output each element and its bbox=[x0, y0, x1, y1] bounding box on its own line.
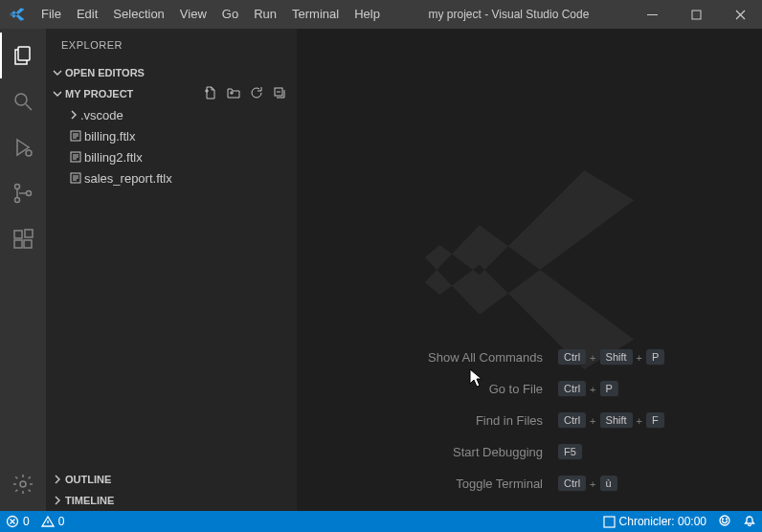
svg-rect-7 bbox=[14, 231, 22, 238]
status-value: 0 bbox=[23, 515, 30, 528]
shortcut-row: Show All Commands Ctrl+ Shift+ P bbox=[297, 349, 750, 366]
svg-rect-9 bbox=[24, 240, 32, 248]
status-value: Chronicler: 00:00 bbox=[619, 515, 706, 528]
section-label: OPEN EDITORS bbox=[65, 67, 145, 78]
minimize-button[interactable] bbox=[630, 0, 674, 29]
activity-bar bbox=[0, 29, 46, 511]
new-folder-icon[interactable] bbox=[226, 85, 241, 102]
key: P bbox=[646, 349, 664, 366]
svg-point-2 bbox=[15, 94, 27, 105]
title-bar: File Edit Selection View Go Run Terminal… bbox=[0, 0, 762, 29]
svg-point-4 bbox=[15, 185, 20, 189]
key: Ctrl bbox=[558, 381, 586, 397]
svg-point-11 bbox=[20, 481, 26, 487]
key: ù bbox=[600, 476, 617, 492]
vscode-logo-icon bbox=[0, 6, 34, 23]
key: Shift bbox=[600, 412, 633, 429]
chevron-down-icon bbox=[50, 88, 65, 100]
section-label: MY PROJECT bbox=[65, 88, 133, 100]
menu-go[interactable]: Go bbox=[214, 0, 246, 29]
status-errors[interactable]: 0 bbox=[0, 511, 35, 532]
svg-point-18 bbox=[720, 516, 729, 525]
sidebar-title: EXPLORER bbox=[46, 29, 297, 62]
svg-rect-0 bbox=[692, 11, 701, 19]
refresh-icon[interactable] bbox=[249, 85, 264, 102]
status-bar: 0 0 Chronicler: 00:00 bbox=[0, 511, 762, 532]
chevron-right-icon bbox=[50, 495, 65, 506]
file-label: billing2.ftlx bbox=[84, 150, 143, 165]
chevron-right-icon bbox=[50, 474, 65, 485]
sidebar-explorer: EXPLORER OPEN EDITORS MY PROJECT .vs bbox=[46, 29, 297, 511]
svg-point-6 bbox=[27, 191, 32, 196]
shortcut-row: Go to File Ctrl+ P bbox=[297, 381, 750, 397]
svg-rect-8 bbox=[14, 240, 22, 248]
menu-terminal[interactable]: Terminal bbox=[284, 0, 347, 29]
status-warnings[interactable]: 0 bbox=[35, 511, 71, 532]
menu-help[interactable]: Help bbox=[347, 0, 388, 29]
status-value: 0 bbox=[58, 515, 65, 528]
section-label: TIMELINE bbox=[65, 495, 114, 506]
folder-label: .vscode bbox=[80, 108, 123, 122]
menu-file[interactable]: File bbox=[34, 0, 69, 29]
key: Shift bbox=[600, 349, 633, 366]
svg-rect-17 bbox=[604, 517, 615, 527]
key: Ctrl bbox=[558, 349, 586, 366]
svg-point-20 bbox=[727, 519, 728, 520]
chevron-down-icon bbox=[50, 67, 65, 78]
shortcut-row: Start Debugging F5 bbox=[297, 444, 750, 460]
section-project[interactable]: MY PROJECT bbox=[46, 83, 297, 104]
section-open-editors[interactable]: OPEN EDITORS bbox=[46, 62, 297, 83]
tree-file[interactable]: billing.ftlx bbox=[54, 125, 297, 146]
activity-source-control[interactable] bbox=[0, 170, 46, 216]
menu-view[interactable]: View bbox=[172, 0, 214, 29]
key: Ctrl bbox=[558, 412, 586, 429]
shortcut-label: Toggle Terminal bbox=[297, 477, 558, 491]
shortcut-label: Start Debugging bbox=[297, 445, 558, 459]
status-feedback[interactable] bbox=[712, 511, 737, 532]
shortcut-row: Toggle Terminal Ctrl+ ù bbox=[297, 476, 750, 492]
collapse-all-icon[interactable] bbox=[272, 85, 287, 102]
window-controls bbox=[630, 0, 762, 29]
activity-search[interactable] bbox=[0, 78, 46, 124]
chevron-right-icon bbox=[67, 109, 80, 121]
menu-bar: File Edit Selection View Go Run Terminal… bbox=[34, 0, 388, 29]
key: F5 bbox=[558, 444, 582, 460]
tree-folder-vscode[interactable]: .vscode bbox=[54, 104, 297, 125]
file-icon bbox=[67, 171, 84, 185]
shortcut-row: Find in Files Ctrl+ Shift+ F bbox=[297, 412, 750, 429]
shortcut-label: Find in Files bbox=[297, 413, 558, 428]
status-chronicler[interactable]: Chronicler: 00:00 bbox=[597, 511, 712, 532]
file-label: billing.ftlx bbox=[84, 129, 135, 144]
file-label: sales_report.ftlx bbox=[84, 171, 172, 186]
file-icon bbox=[67, 129, 84, 143]
status-notifications[interactable] bbox=[737, 511, 762, 532]
menu-edit[interactable]: Edit bbox=[69, 0, 105, 29]
svg-point-5 bbox=[15, 198, 20, 203]
svg-rect-1 bbox=[18, 47, 30, 60]
activity-run-debug[interactable] bbox=[0, 124, 46, 170]
menu-selection[interactable]: Selection bbox=[105, 0, 171, 29]
welcome-shortcuts: Show All Commands Ctrl+ Shift+ P Go to F… bbox=[297, 349, 743, 492]
section-outline[interactable]: OUTLINE bbox=[46, 469, 297, 490]
section-label: OUTLINE bbox=[65, 474, 111, 485]
key: Ctrl bbox=[558, 476, 586, 492]
new-file-icon[interactable] bbox=[203, 85, 218, 102]
window-title: my project - Visual Studio Code bbox=[388, 8, 630, 21]
section-timeline[interactable]: TIMELINE bbox=[46, 490, 297, 511]
activity-explorer[interactable] bbox=[0, 33, 46, 78]
tree-file[interactable]: billing2.ftlx bbox=[54, 146, 297, 167]
file-tree: .vscode billing.ftlx billing2.ftlx sales… bbox=[46, 104, 297, 188]
svg-point-3 bbox=[26, 150, 32, 156]
close-button[interactable] bbox=[718, 0, 762, 29]
menu-run[interactable]: Run bbox=[246, 0, 284, 29]
maximize-button[interactable] bbox=[674, 0, 718, 29]
key: F bbox=[646, 412, 664, 429]
svg-rect-10 bbox=[25, 230, 33, 237]
svg-point-19 bbox=[723, 519, 724, 520]
activity-settings[interactable] bbox=[0, 461, 46, 507]
key: P bbox=[600, 381, 618, 397]
tree-file[interactable]: sales_report.ftlx bbox=[54, 167, 297, 188]
file-icon bbox=[67, 150, 84, 164]
activity-extensions[interactable] bbox=[0, 216, 46, 262]
editor-area: Show All Commands Ctrl+ Shift+ P Go to F… bbox=[297, 29, 762, 511]
